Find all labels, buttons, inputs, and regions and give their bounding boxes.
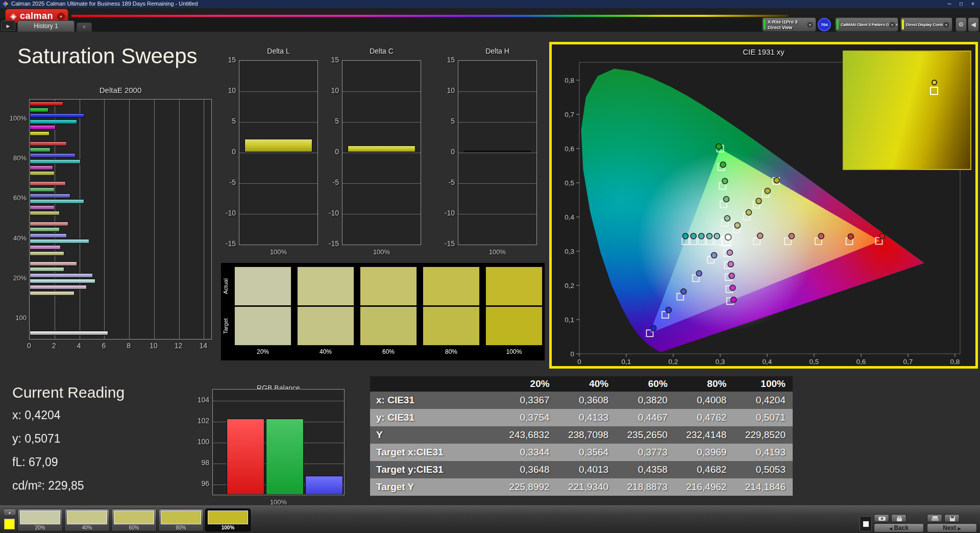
table-row-label: Target x:CIE31 bbox=[370, 444, 498, 461]
cie-x-tick: 0,2 bbox=[669, 358, 678, 366]
table-cell: 0,4358 bbox=[616, 461, 675, 478]
pattern-button-80%[interactable]: 80% bbox=[158, 508, 204, 531]
expand-pattern-panel-button[interactable]: ▲ bbox=[3, 508, 16, 516]
deltae-gridline bbox=[179, 100, 180, 339]
deltae-bar-60%-5 bbox=[30, 211, 60, 215]
rgb-bar-green bbox=[266, 419, 304, 495]
deltae-bar-20%-3 bbox=[30, 279, 95, 283]
add-tab-button[interactable]: + bbox=[77, 22, 92, 32]
deltae-bar-60%-2 bbox=[30, 193, 70, 198]
deltae-bar-100%-0 bbox=[30, 102, 63, 106]
current-reading-title: Current Reading bbox=[12, 384, 125, 401]
window-title: Calman 2025 Calman Ultimate for Business… bbox=[11, 1, 198, 7]
deltae-group-label: 20% bbox=[1, 274, 27, 282]
cie-measured-magenta-3 bbox=[729, 273, 734, 279]
meter-selector[interactable]: X-Rite i1Pro 3 Direct View ▼ bbox=[762, 17, 816, 32]
table-header-row: 20%40%60%80%100% bbox=[370, 376, 793, 392]
maximize-button[interactable]: □ bbox=[955, 0, 967, 8]
deltae-bar-40%-1 bbox=[30, 227, 60, 232]
stop-square-icon bbox=[863, 521, 869, 527]
cie-y-tick: 0,4 bbox=[565, 213, 574, 221]
display-control-name: Direct Display Control bbox=[906, 22, 947, 27]
table-column-header: 40% bbox=[557, 376, 616, 392]
camera-button[interactable] bbox=[874, 514, 889, 522]
deltae-x-tick: 6 bbox=[99, 342, 109, 350]
cie-x-tick: 0,4 bbox=[763, 358, 772, 366]
delta-gridline bbox=[458, 183, 536, 184]
comparator-actual-swatch-100% bbox=[485, 266, 543, 306]
table-cell: 235,2650 bbox=[616, 426, 675, 444]
table-cell: 0,4204 bbox=[733, 392, 793, 409]
comparator-target-swatch-80% bbox=[423, 306, 480, 346]
cie-measured-blue-1 bbox=[712, 253, 717, 258]
deltae-bar-100%-4 bbox=[30, 125, 56, 130]
stop-button[interactable] bbox=[860, 516, 872, 531]
window-titlebar: Calman 2025 Calman Ultimate for Business… bbox=[0, 0, 980, 8]
cie-y-tick: 0,3 bbox=[565, 248, 574, 255]
comparator-column-label: 60% bbox=[360, 348, 417, 355]
rgb-y-tick: 100 bbox=[188, 438, 209, 446]
print-button[interactable] bbox=[927, 514, 942, 522]
deltae-x-tick: 0 bbox=[24, 342, 34, 350]
calman-logo-icon: ◈ bbox=[10, 11, 16, 21]
delta-y-tick: 5 bbox=[321, 117, 339, 125]
chevron-left-icon: ◀ bbox=[971, 21, 975, 28]
table-cell: 0,4467 bbox=[616, 409, 675, 426]
chevron-down-icon: ▼ bbox=[806, 21, 814, 29]
cie-y-tick: 0,6 bbox=[565, 145, 574, 153]
deltae-group-label: 60% bbox=[1, 194, 27, 202]
cie-measured-blue-3 bbox=[681, 289, 687, 295]
table-cell: 214,1846 bbox=[733, 478, 793, 496]
settings-button[interactable]: ⚙ bbox=[955, 17, 967, 32]
save-button[interactable] bbox=[944, 514, 960, 522]
collapse-panel-button[interactable]: ◀ bbox=[968, 17, 979, 32]
table-cell: 0,4682 bbox=[675, 461, 734, 478]
pattern-label: 100% bbox=[206, 525, 250, 530]
delta-y-tick: 5 bbox=[436, 117, 455, 125]
cie-y-tick: 0 bbox=[570, 350, 574, 358]
tab-history-1[interactable]: History 1 bbox=[17, 20, 75, 32]
meter-badge[interactable]: 704 bbox=[818, 18, 831, 31]
pattern-button-60%[interactable]: 60% bbox=[111, 508, 157, 531]
deltae-chart bbox=[29, 99, 212, 340]
cie-measured-yellow-1 bbox=[734, 223, 740, 228]
comparator-column-label: 100% bbox=[485, 348, 543, 355]
deltae-group-label: 100% bbox=[1, 114, 27, 122]
comparator-column-label: 20% bbox=[234, 348, 291, 355]
close-button[interactable]: × bbox=[967, 0, 978, 8]
delta-y-tick: 0 bbox=[321, 148, 339, 156]
back-button[interactable]: ◀ Back bbox=[874, 523, 924, 532]
deltae-gridline bbox=[154, 100, 155, 339]
meter-mode: Direct View bbox=[768, 25, 792, 30]
deltae-bar-60%-1 bbox=[30, 187, 55, 192]
delta-gridline bbox=[342, 183, 421, 184]
table-column-header: 80% bbox=[675, 376, 734, 392]
comparator-actual-swatch-40% bbox=[297, 266, 354, 306]
delta-chart-title: Delta H bbox=[458, 47, 537, 55]
deltae-bar-80%-3 bbox=[30, 159, 81, 164]
cie-measured-blue-2 bbox=[696, 271, 702, 276]
cie-measured-red-2 bbox=[789, 233, 794, 239]
pattern-button-20%[interactable]: 20% bbox=[17, 508, 63, 531]
arrow-right-icon: ▶ bbox=[958, 526, 961, 531]
tab-strip bbox=[0, 18, 980, 32]
tab-scroll-button[interactable]: ▶ bbox=[1, 20, 15, 31]
next-button[interactable]: Next ▶ bbox=[927, 523, 977, 532]
rgb-y-tick: 98 bbox=[188, 458, 209, 467]
minimize-button[interactable]: ─ bbox=[944, 0, 955, 8]
deltae-bar-40%-5 bbox=[30, 251, 64, 256]
table-cell: 0,4013 bbox=[557, 461, 616, 478]
table-cell: 0,4008 bbox=[675, 392, 734, 409]
comparator-actual-swatch-60% bbox=[360, 266, 417, 306]
delta-x-label: 100% bbox=[458, 248, 537, 256]
pattern-button-100%[interactable]: 100% bbox=[205, 508, 251, 531]
lock-button[interactable] bbox=[891, 514, 906, 522]
delta-y-tick: -10 bbox=[436, 209, 455, 217]
rgb-gridline bbox=[213, 401, 344, 401]
source-selector[interactable]: CalMAN Client 3 Pattern Generator ▼ bbox=[835, 17, 898, 32]
display-control-selector[interactable]: Direct Display Control ▼ bbox=[900, 17, 952, 32]
cie-measured-cyan-1 bbox=[714, 233, 720, 239]
inset-target-square bbox=[930, 87, 938, 95]
pattern-button-40%[interactable]: 40% bbox=[64, 508, 110, 531]
delta-y-tick: 15 bbox=[436, 56, 455, 64]
